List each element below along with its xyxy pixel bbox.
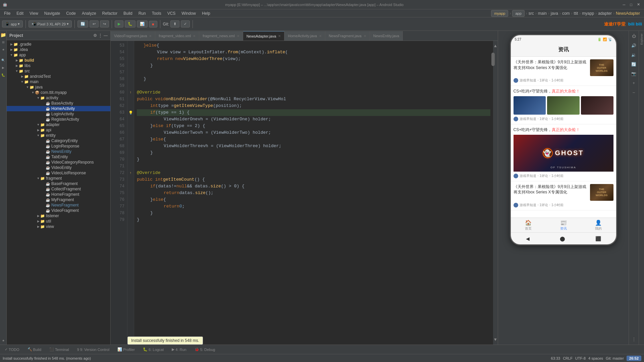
right-scroll[interactable]: ▲ ▼ (493, 41, 498, 345)
tab-homeactivity[interactable]: HomeActivity.java ✕ (284, 31, 325, 41)
status-git[interactable]: Git: master (606, 356, 624, 360)
git-update-btn[interactable]: ⬆ (170, 20, 179, 27)
tree-item-api[interactable]: ▶ 📁 api (7, 127, 110, 133)
status-indent[interactable]: 4 spaces (588, 356, 603, 360)
tab-newsentity[interactable]: NewsEntity.java (370, 31, 403, 41)
menu-vcs[interactable]: VCS (165, 10, 178, 16)
maximize-btn[interactable]: □ (629, 3, 634, 7)
run-btn[interactable]: ▶ (115, 20, 123, 27)
debug-btn[interactable]: 🐛 (125, 20, 136, 27)
menu-file[interactable]: File (1, 10, 13, 16)
tree-item-videofragment[interactable]: ☕ VideoFragment (7, 208, 110, 213)
stop-btn[interactable]: ■ (149, 21, 157, 27)
tree-item-basefragment[interactable]: ☕ BaseFragment (7, 181, 110, 186)
tab-fragmentnews[interactable]: fragment_news.xml ✕ (199, 31, 243, 41)
menu-view[interactable]: View (27, 10, 41, 16)
status-charset[interactable]: UTF-8 (575, 356, 586, 360)
tab-close-videofragment[interactable]: ✕ (149, 34, 152, 38)
debug-side-icon[interactable]: 🐛 (1, 72, 6, 78)
bottom-tab-run[interactable]: ▶ 4: Run (170, 347, 188, 352)
right-tool-rotate[interactable]: 🔄 (630, 60, 638, 68)
minimize-btn[interactable]: ─ (622, 3, 627, 7)
tab-close-newsadapter[interactable]: ✕ (278, 34, 281, 38)
tree-item-app[interactable]: ▼ 📁 app (7, 52, 110, 58)
news-item-1[interactable]: 《天外世界：果根险境》9月9日上架游戏将支持Xbox Series X专属强化 … (511, 57, 616, 86)
right-tool-zoom-out[interactable]: – (630, 88, 638, 97)
close-btn[interactable]: ✕ (636, 2, 641, 7)
project-selector[interactable]: myapp (491, 10, 508, 17)
tree-item-registeractivity[interactable]: ☕ RegisterActivity (7, 117, 110, 122)
bottom-tab-debug[interactable]: 🐞 5: Debug (193, 347, 217, 352)
tree-item-view[interactable]: ▶ 📁 view (7, 224, 110, 229)
news-list[interactable]: 《天外世界：果根险境》9月9日上架游戏将支持Xbox Series X专属强化 … (511, 57, 616, 218)
menu-navigate[interactable]: Navigate (42, 10, 63, 16)
tree-item-main[interactable]: ▼ 📁 main (7, 79, 110, 84)
code-editor[interactable]: 53 54 55 56 57 58 59 60 61 62 63 64 65 6… (111, 41, 498, 345)
right-tool-power[interactable]: ⏻ (630, 32, 638, 40)
bottom-tab-vcs[interactable]: 9 9: Version Control (75, 347, 112, 352)
menu-analyze[interactable]: Analyze (79, 10, 99, 16)
run-coverage-btn[interactable]: 📊 (137, 20, 148, 27)
tree-item-loginresponse[interactable]: ☕ LoginResponse (7, 143, 110, 149)
tab-fragmentvideo[interactable]: fragment_video.xml ✕ (155, 31, 199, 41)
tree-item-loginactivity[interactable]: ☕ LoginActivity (7, 111, 110, 117)
right-tool-zoom-in[interactable]: + (630, 79, 638, 87)
bottom-tab-logcat[interactable]: 🐛 6: Logcat (141, 347, 166, 352)
tree-item-collectfragment[interactable]: ☕ CollectFragment (7, 186, 110, 192)
right-tool-screenshot[interactable]: 📷 (630, 70, 638, 78)
tree-item-fragment[interactable]: ▼ 📁 fragment (7, 176, 110, 181)
bottom-tab-build[interactable]: 🔨 Build (25, 347, 43, 352)
app-dropdown[interactable]: 📱 app ▾ (2, 20, 23, 27)
menu-code[interactable]: Code (63, 10, 78, 16)
tree-item-tabentity[interactable]: ☕ TabEntity (7, 154, 110, 160)
sync-btn[interactable]: 🔄 (77, 20, 88, 27)
undo-btn[interactable]: ↩ (90, 20, 99, 27)
tree-item-java[interactable]: ▼ 📁 java (7, 84, 110, 90)
tree-item-entity[interactable]: ▼ 📁 entity (7, 133, 110, 138)
menu-refactor[interactable]: Refactor (100, 10, 120, 16)
menu-window[interactable]: Window (179, 10, 199, 16)
tab-newsfragment[interactable]: NewsFragment.java ✕ (325, 31, 370, 41)
tree-item-newsentity[interactable]: ☕ NewsEntity (7, 149, 110, 154)
bookmarks-icon[interactable]: ★ (1, 47, 6, 52)
module-selector[interactable]: app (512, 10, 524, 17)
menu-run[interactable]: Run (136, 10, 149, 16)
tree-item-homeactivity[interactable]: ☕ HomeActivity (7, 106, 110, 111)
tree-item-util[interactable]: ▶ 📁 util (7, 219, 110, 224)
tree-item-src[interactable]: ▼ 📁 src (7, 68, 110, 74)
tab-close-fragmentnews[interactable]: ✕ (237, 34, 239, 38)
bottom-tab-profiler[interactable]: 📊 Profiler (115, 347, 137, 352)
run-side-icon[interactable]: ▶ (1, 65, 6, 70)
tree-item-idea[interactable]: ▶ 📁 .idea (7, 47, 110, 52)
panel-settings-icon[interactable]: ⋮ (98, 33, 102, 38)
tree-item-listener[interactable]: ▶ 📁 listener (7, 213, 110, 219)
tree-item-myfragment[interactable]: ☕ MyFragment (7, 197, 110, 202)
tree-item-videocatresp[interactable]: ☕ VideoCategoryRespons (7, 160, 110, 165)
menu-build[interactable]: Build (121, 10, 135, 16)
menu-tools[interactable]: Tools (149, 10, 164, 16)
tree-item-videolistresp[interactable]: ☕ VideoListResponse (7, 170, 110, 176)
code-content[interactable]: } else { View view = LayoutInflater.from… (134, 41, 493, 345)
phone-home-btn[interactable]: ⬤ (560, 236, 565, 241)
tree-item-baseactivity[interactable]: ☕ BaseActivity (7, 101, 110, 106)
tree-item-adapter[interactable]: ▼ 📁 adapter (7, 122, 110, 127)
bottom-tab-terminal[interactable]: ⬛ Terminal (47, 347, 71, 352)
status-crlf[interactable]: CRLF (563, 356, 573, 360)
tree-item-build[interactable]: ▶ 📁 build (7, 58, 110, 63)
favorites-icon[interactable]: ★ (1, 338, 6, 343)
news-item-3[interactable]: CS+吃鸡+守望先锋，真正的大杂烩！ 👻 GHOST OF TSUSHIMA (511, 124, 616, 181)
find-icon[interactable]: 🔍 (1, 58, 6, 63)
tree-item-androidtest[interactable]: ▶ 📁 androidTest (7, 74, 110, 79)
tree-item-package[interactable]: ▼ 📦 com.ttit.myapp (7, 90, 110, 95)
tree-item-newsfragment[interactable]: ☕ NewsFragment (7, 202, 110, 208)
status-position[interactable]: 63:33 (551, 356, 560, 360)
device-dropdown[interactable]: 📲 Pixel 3 XL API 29 ▾ (29, 20, 72, 27)
right-tool-more[interactable]: ⋮ (630, 335, 638, 343)
tree-item-activity[interactable]: ▼ 📁 activity (7, 95, 110, 101)
menu-help[interactable]: Help (199, 10, 213, 16)
phone-recent-btn[interactable]: ⬛ (595, 236, 601, 241)
tab-close-newsfragment[interactable]: ✕ (364, 34, 366, 38)
bottom-tab-todo[interactable]: ✓ TODO (3, 347, 21, 352)
right-tool-vol-up[interactable]: 🔊 (630, 42, 638, 50)
tree-item-categoryentity[interactable]: ☕ CategoryEntity (7, 138, 110, 143)
